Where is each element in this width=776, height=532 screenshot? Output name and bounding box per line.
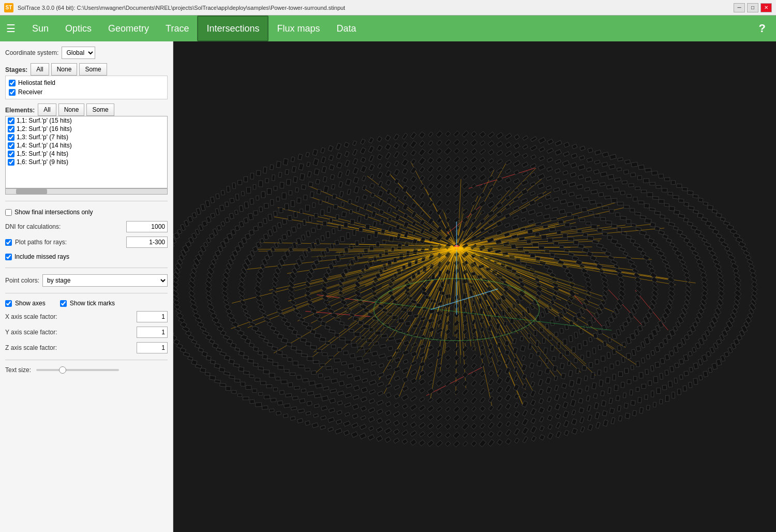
stage-heliostat-checkbox[interactable] [9,80,16,86]
include-missed-rays-row: Include missed rays [5,252,168,261]
title-text: SolTrace 3.0.0 (64 bit): C:\Users\mwagne… [18,5,734,11]
text-size-slider[interactable] [36,369,119,371]
show-axes-checkbox[interactable] [5,300,12,307]
dni-row: DNI for calculations: [5,221,168,232]
stages-none-button[interactable]: None [51,63,78,76]
y-axis-scale-row: Y axis scale factor: [5,327,168,338]
y-axis-scale-input[interactable] [137,327,168,338]
stages-list: Heliostat field Receiver [5,76,168,99]
point-colors-row: Point colors: by stage by element single… [5,274,168,287]
list-item-checkbox[interactable] [8,134,14,141]
include-missed-rays-label: Include missed rays [14,253,69,260]
minimize-button[interactable]: ─ [734,3,745,12]
list-item-checkbox[interactable] [8,142,14,149]
plot-paths-input[interactable] [126,237,168,248]
coordinate-system-select[interactable]: Global Local [62,47,95,59]
stage-receiver-item: Receiver [9,87,164,97]
show-tick-marks-checkbox[interactable] [60,300,67,307]
menu-item-flux-maps[interactable]: Flux maps [268,16,328,41]
show-final-intersections-label: Show final intersections only [14,209,93,216]
menu-item-sun[interactable]: Sun [24,16,57,41]
show-final-intersections-row: Show final intersections only [5,208,168,217]
list-item-checkbox[interactable] [8,151,14,157]
menu-item-intersections[interactable]: Intersections [197,16,268,41]
stage-heliostat-label: Heliostat field [18,79,55,86]
plot-paths-label: Plot paths for rays: [15,239,67,246]
visualization-area[interactable] [173,41,776,532]
point-colors-label: Point colors: [5,277,39,284]
x-axis-scale-label: X axis scale factor: [5,313,57,320]
elements-hscroll-thumb [16,189,47,194]
left-panel: Coordinate system: Global Local Stages: … [0,41,173,532]
maximize-button[interactable]: □ [747,3,758,12]
titlebar: ST SolTrace 3.0.0 (64 bit): C:\Users\mwa… [0,0,776,16]
elements-all-button[interactable]: All [38,104,56,116]
stage-receiver-label: Receiver [18,88,42,96]
elements-header: Elements: All None Some [5,104,168,116]
divider-2 [5,268,168,268]
stages-label: Stages: [5,66,27,73]
elements-hscrollbar[interactable] [5,188,168,195]
menu-item-geometry[interactable]: Geometry [100,16,157,41]
list-item-label: 1,3: Surf.'p' (7 hits) [17,134,68,141]
point-colors-select[interactable]: by stage by element single color [42,274,168,287]
list-item[interactable]: 1,5: Surf.'p' (4 hits) [6,150,167,158]
list-item-label: 1,2: Surf.'p' (16 hits) [17,125,72,132]
divider-3 [5,293,168,293]
menu-item-data[interactable]: Data [329,16,365,41]
y-axis-scale-label: Y axis scale factor: [5,329,57,336]
stages-section: Stages: All None Some Heliostat field Re… [5,63,168,99]
dni-input[interactable] [126,221,168,232]
z-axis-scale-label: Z axis scale factor: [5,344,57,351]
divider-4 [5,360,168,360]
list-item[interactable]: 1,1: Surf.'p' (15 hits) [6,116,167,125]
hamburger-menu[interactable]: ☰ [4,20,18,37]
list-item[interactable]: 1,6: Surf.'p' (9 hits) [6,158,167,166]
elements-section: Elements: All None Some 1,1: Surf.'p' (1… [5,104,168,195]
stages-header: Stages: All None Some [5,63,168,76]
show-axes-label: Show axes [15,300,46,307]
list-item[interactable]: 1,2: Surf.'p' (16 hits) [6,125,167,133]
menu-item-optics[interactable]: Optics [57,16,100,41]
stage-heliostat-item: Heliostat field [9,78,164,87]
viz-canvas [173,41,776,532]
divider-1 [5,201,168,201]
list-item-checkbox[interactable] [8,117,14,124]
x-axis-scale-row: X axis scale factor: [5,311,168,322]
list-item-label: 1,4: Surf.'p' (14 hits) [17,142,72,149]
z-axis-scale-input[interactable] [137,342,168,353]
show-final-intersections-checkbox[interactable] [5,209,12,216]
elements-list[interactable]: 1,1: Surf.'p' (15 hits)1,2: Surf.'p' (16… [5,116,168,188]
elements-buttons: All None Some [38,104,114,116]
list-item-checkbox[interactable] [8,126,14,132]
menubar: ☰ SunOpticsGeometryTraceIntersectionsFlu… [0,16,776,41]
app-icon: ST [4,3,13,12]
list-item-label: 1,5: Surf.'p' (4 hits) [17,150,68,157]
stages-some-button[interactable]: Some [79,63,107,76]
stages-buttons: All None Some [31,63,107,76]
stages-all-button[interactable]: All [31,63,49,76]
show-tick-marks-label: Show tick marks [70,300,115,307]
menu-item-trace[interactable]: Trace [157,16,197,41]
elements-some-button[interactable]: Some [86,104,114,116]
menu-items: SunOpticsGeometryTraceIntersectionsFlux … [24,16,365,41]
plot-paths-checkbox[interactable] [5,239,12,246]
axes-row: Show axes Show tick marks [5,300,168,307]
window-controls: ─ □ ✕ [734,3,772,12]
list-item[interactable]: 1,4: Surf.'p' (14 hits) [6,141,167,150]
text-size-label: Text size: [5,366,31,374]
text-size-row: Text size: [5,366,168,374]
z-axis-scale-row: Z axis scale factor: [5,342,168,353]
plot-paths-row: Plot paths for rays: [5,237,168,248]
list-item-checkbox[interactable] [8,159,14,166]
help-button[interactable]: ? [753,20,772,37]
x-axis-scale-input[interactable] [137,311,168,322]
list-item[interactable]: 1,3: Surf.'p' (7 hits) [6,133,167,141]
coordinate-system-row: Coordinate system: Global Local [5,47,168,59]
coordinate-system-label: Coordinate system: [5,49,58,56]
list-item-label: 1,1: Surf.'p' (15 hits) [17,117,72,124]
include-missed-rays-checkbox[interactable] [5,254,12,260]
stage-receiver-checkbox[interactable] [9,89,16,96]
close-button[interactable]: ✕ [760,3,772,12]
elements-none-button[interactable]: None [58,104,85,116]
